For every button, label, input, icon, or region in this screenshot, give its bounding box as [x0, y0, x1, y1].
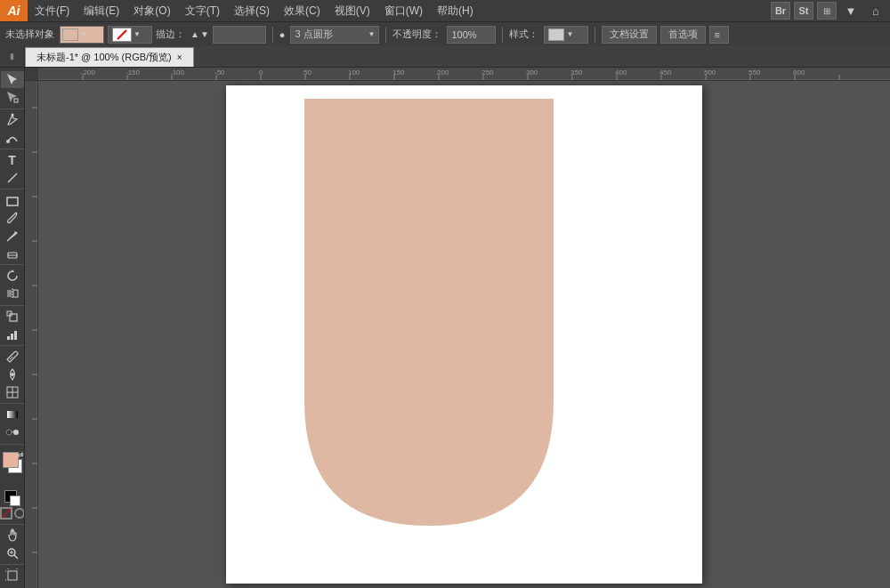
svg-text:550: 550 [748, 68, 761, 77]
rotate-tool-button[interactable] [1, 268, 24, 285]
default-bg-swatch[interactable] [10, 495, 20, 506]
menu-right-icons: Br St ⊞ ▼ ⌂ [771, 0, 890, 21]
search-extension-icon[interactable]: ▼ [840, 2, 862, 20]
live-paint-tool-button[interactable] [1, 366, 24, 383]
v-ruler-svg [25, 81, 38, 588]
svg-line-3 [8, 173, 17, 182]
toolbar: T [0, 68, 25, 588]
pen-tool-button[interactable] [1, 111, 24, 128]
svg-text:250: 250 [481, 68, 494, 77]
menu-bar: Ai 文件(F) 编辑(E) 对象(O) 文字(T) 选择(S) 效果(C) 视… [0, 0, 890, 21]
pencil-tool-button[interactable] [1, 228, 24, 245]
svg-text:600: 600 [793, 68, 805, 77]
gradient-tool-button[interactable] [1, 407, 24, 423]
stroke-down-arrow[interactable]: ▼ [200, 29, 209, 39]
ruler-v-and-canvas [25, 81, 890, 588]
chart-tool-button[interactable] [1, 326, 24, 342]
paintbrush-tool-button[interactable] [1, 210, 24, 227]
menu-object[interactable]: 对象(O) [126, 0, 177, 21]
stock-icon[interactable]: St [794, 2, 813, 20]
menu-effect[interactable]: 效果(C) [277, 0, 328, 21]
menu-select[interactable]: 选择(S) [227, 0, 277, 21]
eraser-tool-button[interactable] [1, 246, 24, 262]
point-shape-select[interactable]: 3 点圆形 ▼ [290, 26, 379, 44]
preferences-button[interactable]: 首选项 [660, 26, 706, 44]
svg-text:300: 300 [526, 68, 538, 77]
eyedropper-tool-button[interactable] [1, 349, 24, 366]
toolbar-separator-4 [0, 264, 24, 265]
fill-color-select[interactable]: ▼ [60, 26, 104, 44]
direct-selection-tool-button[interactable] [1, 89, 24, 106]
color-swatches-area: ⇄ [1, 450, 24, 485]
grid-icon[interactable]: ⊞ [817, 2, 837, 20]
toolbar-separator-8 [0, 444, 24, 445]
h-ruler-svg: -200 -150 -100 -50 0 50 100 [38, 68, 890, 81]
point-count-label: ● [279, 29, 286, 40]
svg-rect-0 [14, 99, 18, 102]
menu-help[interactable]: 帮助(H) [430, 0, 481, 21]
stroke-select[interactable]: ▼ [108, 26, 152, 44]
stroke-dropdown-arrow: ▼ [134, 30, 141, 38]
main-layout: T [0, 68, 890, 588]
toolbar-separator-2 [0, 149, 24, 149]
bridge-icon[interactable]: Br [771, 2, 790, 20]
svg-line-24 [14, 555, 18, 559]
svg-rect-8 [13, 290, 18, 297]
fill-dropdown-arrow: ▼ [80, 30, 87, 38]
toolbar-separator-1 [0, 109, 24, 109]
scale-tool-button[interactable] [1, 308, 24, 325]
opacity-input[interactable]: 100% [447, 26, 496, 44]
menu-edit[interactable]: 编辑(E) [77, 0, 126, 21]
svg-text:500: 500 [704, 68, 716, 77]
mesh-tool-button[interactable] [1, 383, 24, 400]
menu-file[interactable]: 文件(F) [28, 0, 77, 21]
menu-type[interactable]: 文字(T) [178, 0, 227, 21]
curvature-tool-button[interactable] [1, 129, 24, 146]
artboard-tool-button[interactable] [1, 568, 24, 584]
toolbar-separator-6 [0, 345, 24, 346]
hand-tool-button[interactable] [1, 528, 24, 544]
shape-object[interactable] [304, 99, 554, 526]
toolbar-separator-7 [0, 403, 24, 404]
svg-text:350: 350 [570, 68, 583, 77]
line-tool-button[interactable] [1, 170, 24, 187]
canvas-area[interactable] [38, 81, 890, 588]
arrange-button[interactable]: ≡ [709, 26, 729, 44]
app-logo: Ai [0, 0, 28, 21]
rectangle-tool-button[interactable] [1, 192, 24, 209]
style-select[interactable]: ▼ [544, 26, 588, 44]
content-area: -200 -150 -100 -50 0 50 100 [25, 68, 890, 588]
swap-colors-icon[interactable]: ⇄ [17, 450, 24, 459]
svg-text:-200: -200 [81, 68, 96, 77]
stroke-up-arrow[interactable]: ▲ [190, 29, 199, 39]
document-tab[interactable]: 未标题-1* @ 100% (RGB/预览) × [25, 47, 194, 67]
type-tool-button[interactable]: T [1, 152, 24, 169]
none-color-icon[interactable] [0, 507, 12, 520]
menu-view[interactable]: 视图(V) [328, 0, 377, 21]
options-bar: 未选择对象 ▼ ▼ 描边： ▲ ▼ ● 3 点圆形 ▼ 不透明度： 100% 样… [0, 21, 890, 46]
svg-line-15 [10, 357, 12, 359]
stroke-weight-input[interactable] [213, 26, 266, 44]
default-colors-area [1, 487, 24, 504]
home-icon[interactable]: ⌂ [865, 2, 886, 20]
separator-2 [385, 27, 386, 43]
svg-rect-14 [14, 331, 17, 340]
svg-text:-50: -50 [214, 68, 225, 77]
separator-3 [502, 27, 503, 43]
style-label: 样式： [509, 28, 538, 41]
opacity-label: 不透明度： [392, 28, 441, 41]
stroke-weight-label: 描边： [156, 28, 185, 41]
zoom-tool-button[interactable] [1, 545, 24, 562]
color-circle-icon[interactable] [14, 508, 25, 519]
svg-point-21 [6, 430, 12, 435]
style-dropdown-arrow: ▼ [566, 30, 573, 38]
tab-close-button[interactable]: × [177, 52, 182, 62]
selection-tool-button[interactable] [1, 71, 24, 88]
toolbar-separator-9 [0, 524, 24, 525]
reflect-tool-button[interactable] [1, 286, 24, 302]
blend-tool-button[interactable] [1, 424, 24, 441]
doc-settings-button[interactable]: 文档设置 [602, 26, 657, 44]
menu-items: 文件(F) 编辑(E) 对象(O) 文字(T) 选择(S) 效果(C) 视图(V… [28, 0, 481, 21]
tab-bar: ▮ 未标题-1* @ 100% (RGB/预览) × [0, 46, 890, 68]
menu-window[interactable]: 窗口(W) [377, 0, 430, 21]
